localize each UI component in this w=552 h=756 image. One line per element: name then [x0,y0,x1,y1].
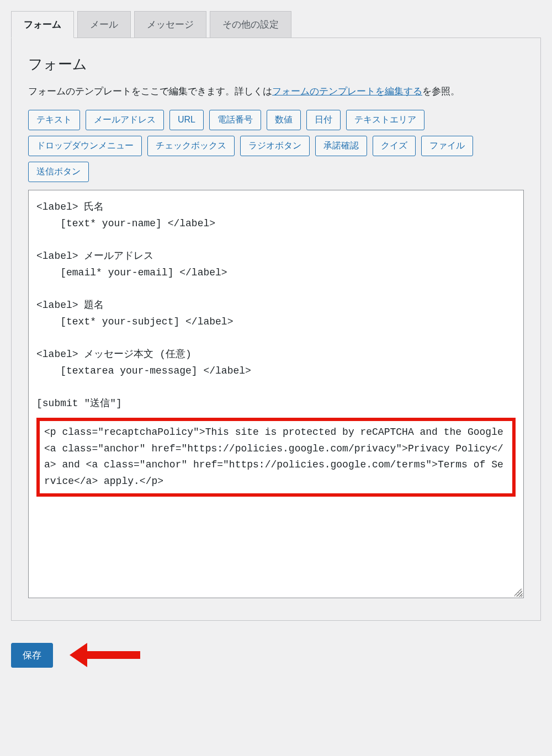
tag-textarea-button[interactable]: テキストエリア [346,110,424,130]
tag-submit-button[interactable]: 送信ボタン [28,162,89,182]
highlighted-recaptcha-block: <p class="recaptchaPolicy">This site is … [36,418,516,497]
tag-email-button[interactable]: メールアドレス [86,110,164,130]
save-button[interactable]: 保存 [11,643,53,668]
code-block-message: <label> メッセージ本文 (任意) [textarea your-mess… [36,347,516,379]
form-template-editor[interactable]: <label> 氏名 [text* your-name] </label> <l… [28,190,524,598]
desc-link[interactable]: フォームのテンプレートを編集する [272,86,422,97]
code-block-submit: [submit "送信"] [36,396,516,412]
tag-generator-row: テキスト メールアドレス URL 電話番号 数値 日付 テキストエリア ドロップ… [28,110,524,182]
resize-handle-icon[interactable] [514,589,522,597]
code-block-subject: <label> 題名 [text* your-subject] </label> [36,297,516,330]
panel-heading: フォーム [28,55,524,74]
desc-pre: フォームのテンプレートをここで編集できます。詳しくは [28,86,272,97]
code-block-recaptcha: <p class="recaptchaPolicy">This site is … [44,424,508,490]
annotation-arrow-icon [70,643,140,667]
tag-number-button[interactable]: 数値 [267,110,301,130]
tab-message[interactable]: メッセージ [134,11,206,38]
desc-post: を参照。 [422,86,460,97]
code-block-name: <label> 氏名 [text* your-name] </label> [36,199,516,232]
tab-mail[interactable]: メール [77,11,131,38]
tab-form[interactable]: フォーム [11,11,74,38]
tabs: フォーム メール メッセージ その他の設定 [11,11,541,38]
tag-text-button[interactable]: テキスト [28,110,80,130]
tag-acceptance-button[interactable]: 承諾確認 [315,136,367,156]
tag-quiz-button[interactable]: クイズ [373,136,416,156]
panel-description: フォームのテンプレートをここで編集できます。詳しくはフォームのテンプレートを編集… [28,84,524,100]
tag-file-button[interactable]: ファイル [421,136,473,156]
save-row: 保存 [11,643,541,668]
tag-checkbox-button[interactable]: チェックボックス [147,136,235,156]
code-block-email: <label> メールアドレス [email* your-email] </la… [36,248,516,281]
tag-dropdown-button[interactable]: ドロップダウンメニュー [28,136,142,156]
tag-radio-button[interactable]: ラジオボタン [240,136,310,156]
form-panel: フォーム フォームのテンプレートをここで編集できます。詳しくはフォームのテンプレ… [11,38,541,621]
tag-tel-button[interactable]: 電話番号 [209,110,261,130]
tag-date-button[interactable]: 日付 [306,110,341,130]
tag-url-button[interactable]: URL [169,110,204,130]
tab-other[interactable]: その他の設定 [210,11,291,38]
